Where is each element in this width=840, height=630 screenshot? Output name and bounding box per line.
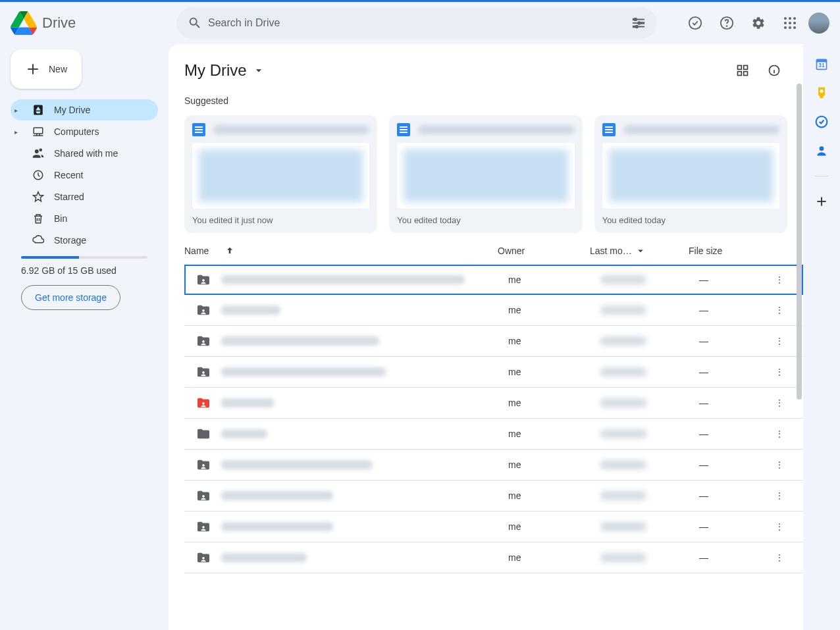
nav-computers[interactable]: ▸ Computers xyxy=(11,121,158,142)
plus-icon xyxy=(25,61,41,77)
file-owner: me xyxy=(508,275,600,285)
file-row[interactable]: me — ⋮ xyxy=(184,419,803,450)
nav-label: Recent xyxy=(54,170,83,180)
info-icon[interactable] xyxy=(761,57,787,84)
logo-area[interactable]: Drive xyxy=(11,10,166,36)
computers-icon xyxy=(32,125,45,138)
svg-point-13 xyxy=(789,26,791,29)
file-modified-blurred xyxy=(600,553,646,562)
new-button[interactable]: New xyxy=(11,49,82,89)
suggested-card[interactable]: You edited today xyxy=(594,115,787,233)
docs-icon xyxy=(397,123,410,136)
nav-label: My Drive xyxy=(54,105,90,115)
tasks-icon[interactable] xyxy=(815,115,828,128)
row-more-icon[interactable]: ⋮ xyxy=(772,275,787,285)
expand-icon[interactable]: ▸ xyxy=(14,128,22,136)
folder-icon xyxy=(196,428,211,440)
row-more-icon[interactable]: ⋮ xyxy=(772,521,787,532)
nav-recent[interactable]: ▸ Recent xyxy=(11,165,158,186)
suggested-card[interactable]: You edited today xyxy=(389,115,582,233)
row-more-icon[interactable]: ⋮ xyxy=(772,490,787,501)
search-icon[interactable] xyxy=(182,10,208,36)
sort-arrow-up-icon[interactable] xyxy=(224,246,235,256)
file-row[interactable]: me — ⋮ xyxy=(184,450,803,481)
row-more-icon[interactable]: ⋮ xyxy=(772,429,787,439)
col-name-header[interactable]: Name xyxy=(184,246,209,256)
file-row[interactable]: me — ⋮ xyxy=(184,265,803,295)
svg-rect-21 xyxy=(744,72,748,76)
breadcrumb[interactable]: My Drive xyxy=(184,61,265,80)
file-modified-blurred xyxy=(600,275,646,284)
file-row[interactable]: me — ⋮ xyxy=(184,481,803,512)
suggested-card[interactable]: You edited it just now xyxy=(184,115,377,233)
settings-icon[interactable] xyxy=(745,10,772,36)
file-row[interactable]: me — ⋮ xyxy=(184,295,803,326)
svg-rect-19 xyxy=(744,66,748,70)
calendar-icon[interactable]: 31 xyxy=(815,57,828,70)
file-size: — xyxy=(699,490,772,501)
svg-point-37 xyxy=(820,146,824,151)
ready-offline-icon[interactable] xyxy=(682,10,708,36)
grid-view-icon[interactable] xyxy=(729,57,756,84)
help-icon[interactable] xyxy=(714,10,740,36)
col-size-header[interactable]: File size xyxy=(689,246,761,256)
scrollbar[interactable] xyxy=(797,84,802,439)
file-row[interactable]: me — ⋮ xyxy=(184,512,803,542)
expand-icon[interactable]: ▸ xyxy=(14,107,22,114)
file-name-blurred xyxy=(221,275,465,284)
svg-point-8 xyxy=(793,17,796,20)
file-modified-blurred xyxy=(600,398,646,407)
svg-point-3 xyxy=(689,17,701,29)
file-row[interactable]: me — ⋮ xyxy=(184,388,803,419)
file-name-blurred xyxy=(221,553,307,562)
svg-rect-15 xyxy=(34,128,43,134)
svg-point-25 xyxy=(202,340,205,343)
nav-my-drive[interactable]: ▸ My Drive xyxy=(11,99,158,120)
file-name-blurred xyxy=(221,491,333,500)
row-more-icon[interactable]: ⋮ xyxy=(772,459,787,470)
add-panel-icon[interactable] xyxy=(815,195,828,208)
account-avatar[interactable] xyxy=(808,13,829,34)
contacts-icon[interactable] xyxy=(815,144,828,157)
suggested-preview xyxy=(192,143,369,209)
file-name-blurred xyxy=(221,305,280,315)
search-filter-icon[interactable] xyxy=(625,10,652,36)
star-icon xyxy=(32,190,45,203)
row-more-icon[interactable]: ⋮ xyxy=(772,367,787,377)
nav-starred[interactable]: ▸ Starred xyxy=(11,186,158,207)
apps-icon[interactable] xyxy=(777,10,803,36)
file-row[interactable]: me — ⋮ xyxy=(184,326,803,357)
row-more-icon[interactable]: ⋮ xyxy=(772,305,787,315)
row-more-icon[interactable]: ⋮ xyxy=(772,552,787,563)
nav-bin[interactable]: ▸ Bin xyxy=(11,208,158,229)
col-modified-header[interactable]: Last mo… xyxy=(590,245,689,257)
file-modified-blurred xyxy=(600,429,646,438)
svg-point-11 xyxy=(793,22,796,24)
file-size: — xyxy=(699,336,772,346)
svg-point-9 xyxy=(784,22,787,24)
svg-point-24 xyxy=(202,309,205,312)
chevron-down-icon xyxy=(635,245,646,257)
suggested-title-blurred xyxy=(623,125,779,134)
side-panel: 31 xyxy=(803,44,840,630)
folder-icon xyxy=(196,397,211,409)
suggested-title-blurred xyxy=(418,125,574,134)
nav-storage[interactable]: ▸ Storage xyxy=(11,230,158,251)
row-more-icon[interactable]: ⋮ xyxy=(772,336,787,346)
search-input[interactable] xyxy=(208,17,625,29)
file-modified-blurred xyxy=(600,367,646,377)
col-owner-header[interactable]: Owner xyxy=(498,246,590,256)
file-name-blurred xyxy=(221,429,267,438)
row-more-icon[interactable]: ⋮ xyxy=(772,398,787,408)
nav-label: Bin xyxy=(54,213,67,224)
app-name: Drive xyxy=(42,14,76,32)
svg-text:31: 31 xyxy=(818,62,825,68)
get-storage-button[interactable]: Get more storage xyxy=(21,285,120,310)
folder-icon xyxy=(196,552,211,564)
file-modified-blurred xyxy=(600,491,646,500)
svg-rect-18 xyxy=(738,66,742,70)
nav-shared[interactable]: ▸ Shared with me xyxy=(11,143,158,164)
file-row[interactable]: me — ⋮ xyxy=(184,542,803,573)
keep-icon[interactable] xyxy=(815,86,828,99)
file-row[interactable]: me — ⋮ xyxy=(184,357,803,388)
